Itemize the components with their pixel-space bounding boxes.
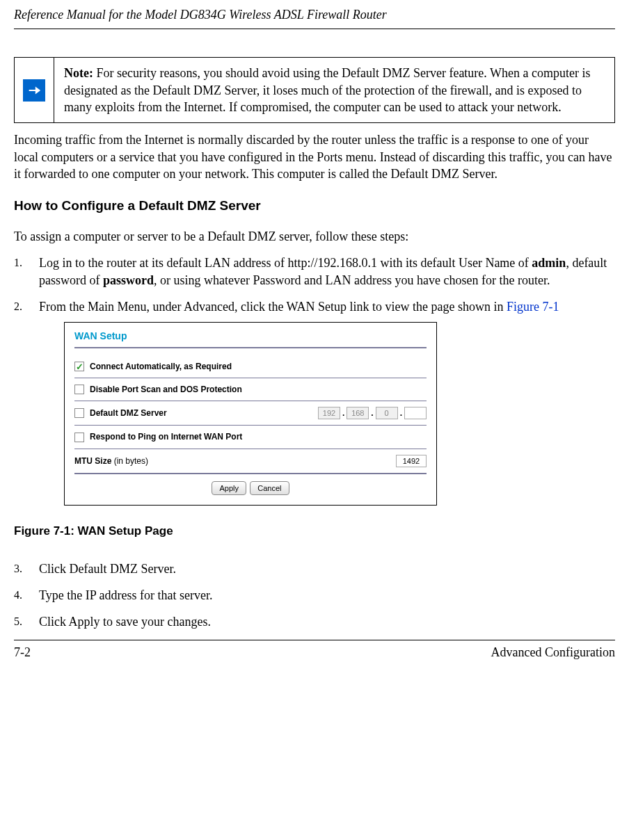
- arrow-right-icon: [23, 79, 45, 102]
- checkbox-connect-auto[interactable]: [74, 362, 84, 371]
- ip-octet-4[interactable]: [404, 407, 427, 419]
- screenshot-container: WAN Setup Connect Automatically, as Requ…: [64, 322, 615, 506]
- step-4: Type the IP address for that server.: [14, 587, 615, 604]
- ip-dot: .: [342, 407, 344, 419]
- label-mtu-extra: (in bytes): [111, 456, 148, 466]
- row-mtu: MTU Size (in bytes) 1492: [74, 449, 427, 474]
- checkbox-default-dmz[interactable]: [74, 408, 84, 418]
- step-2-text: From the Main Menu, under Advanced, clic…: [39, 300, 507, 314]
- section-heading: How to Configure a Default DMZ Server: [14, 197, 615, 215]
- step-3: Click Default DMZ Server.: [14, 560, 615, 577]
- step-5: Click Apply to save your changes.: [14, 613, 615, 630]
- steps-intro: To assign a computer or server to be a D…: [14, 229, 615, 245]
- cancel-button[interactable]: Cancel: [250, 481, 289, 496]
- row-respond-ping: Respond to Ping on Internet WAN Port: [74, 426, 427, 449]
- label-respond-ping: Respond to Ping on Internet WAN Port: [90, 431, 242, 442]
- page-footer: 7-2 Advanced Configuration: [14, 640, 615, 661]
- header-rule: [14, 29, 615, 29]
- note-icon-cell: [15, 58, 54, 122]
- steps-list-cont: Click Default DMZ Server. Type the IP ad…: [14, 560, 615, 631]
- figure-link[interactable]: Figure 7-1: [507, 300, 559, 314]
- intro-paragraph: Incoming traffic from the Internet is no…: [14, 131, 615, 182]
- wan-setup-screenshot: WAN Setup Connect Automatically, as Requ…: [64, 322, 437, 506]
- screenshot-title: WAN Setup: [74, 330, 427, 343]
- label-mtu-bold: MTU Size: [74, 456, 111, 466]
- label-default-dmz: Default DMZ Server: [90, 407, 167, 419]
- step-1-admin: admin: [532, 256, 566, 270]
- row-default-dmz: Default DMZ Server 192. 168. 0.: [74, 401, 427, 426]
- checkbox-respond-ping[interactable]: [74, 433, 84, 442]
- dmz-ip-inputs: 192. 168. 0.: [318, 407, 427, 419]
- figure-caption: Figure 7-1: WAN Setup Page: [14, 524, 615, 539]
- checkbox-disable-portscan[interactable]: [74, 385, 84, 394]
- row-connect-auto: Connect Automatically, as Required: [74, 355, 427, 378]
- row-disable-portscan: Disable Port Scan and DOS Protection: [74, 378, 427, 401]
- ip-dot: .: [371, 407, 373, 419]
- note-text: Note: For security reasons, you should a…: [54, 58, 614, 122]
- apply-button[interactable]: Apply: [212, 481, 246, 496]
- ip-dot: .: [400, 407, 402, 419]
- note-box: Note: For security reasons, you should a…: [14, 57, 615, 123]
- footer-section: Advanced Configuration: [491, 645, 615, 661]
- steps-list: Log in to the router at its default LAN …: [14, 255, 615, 506]
- step-1-text-a: Log in to the router at its default LAN …: [39, 256, 532, 270]
- step-1-password: password: [103, 273, 154, 287]
- label-connect-auto: Connect Automatically, as Required: [90, 361, 232, 372]
- page-number: 7-2: [14, 645, 31, 661]
- screenshot-buttons: Apply Cancel: [74, 474, 427, 496]
- ip-octet-3[interactable]: 0: [376, 407, 398, 419]
- screenshot-rule: [74, 347, 427, 348]
- step-2: From the Main Menu, under Advanced, clic…: [14, 298, 615, 506]
- note-label: Note:: [64, 66, 93, 80]
- step-1: Log in to the router at its default LAN …: [14, 255, 615, 289]
- ip-octet-2[interactable]: 168: [347, 407, 369, 419]
- note-body: For security reasons, you should avoid u…: [64, 66, 590, 114]
- running-header: Reference Manual for the Model DG834G Wi…: [14, 7, 615, 23]
- label-mtu: MTU Size (in bytes): [74, 455, 148, 467]
- mtu-input[interactable]: 1492: [396, 455, 427, 467]
- ip-octet-1[interactable]: 192: [318, 407, 340, 419]
- step-1-text-e: , or using whatever Password and LAN add…: [154, 273, 550, 287]
- label-disable-portscan: Disable Port Scan and DOS Protection: [90, 384, 242, 395]
